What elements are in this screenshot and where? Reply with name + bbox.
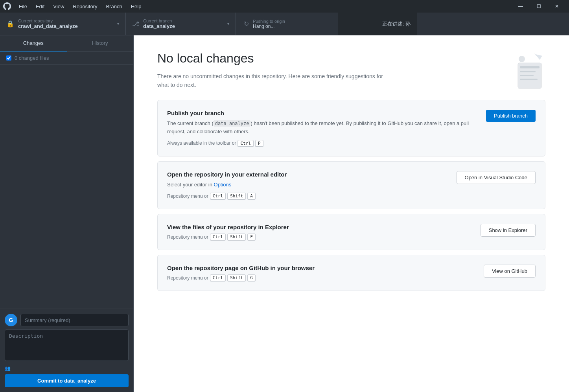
explorer-kbd-f: F <box>247 234 256 240</box>
changed-files-bar: 0 changed files <box>0 52 133 64</box>
menu-help[interactable]: Help <box>127 2 145 11</box>
window-controls: — ☐ ✕ <box>512 0 566 13</box>
editor-hint-prefix: Repository menu or <box>167 193 208 199</box>
github-kbd-ctrl: Ctrl <box>210 274 226 281</box>
main-layout: Changes History 0 changed files G 👥 Comm… <box>0 35 569 392</box>
commit-area: G 👥 Commit to data_analyze <box>0 309 133 392</box>
select-all-checkbox[interactable] <box>6 55 11 61</box>
commit-button[interactable]: Commit to data_analyze <box>5 374 129 387</box>
view-github-action: View on GitHub <box>484 265 536 278</box>
menu-edit[interactable]: Edit <box>32 2 48 11</box>
menu-repository[interactable]: Repository <box>69 2 101 11</box>
publish-branch-desc: The current branch (data_analyze) hasn't… <box>167 120 478 136</box>
view-github-card: Open the repository page on GitHub in yo… <box>157 255 545 291</box>
repo-name: crawl_and_data_analyze <box>18 23 113 29</box>
editor-kbd-ctrl: Ctrl <box>210 193 226 199</box>
svg-rect-3 <box>520 75 534 76</box>
maximize-button[interactable]: ☐ <box>530 0 548 13</box>
show-explorer-hint: Repository menu or Ctrl Shift F <box>167 234 473 240</box>
publish-branch-action: Publish branch <box>486 110 536 122</box>
no-changes-title: No local changes <box>157 51 498 66</box>
publish-branch-card: Publish your branch The current branch (… <box>157 100 545 156</box>
view-github-button[interactable]: View on GitHub <box>484 265 536 278</box>
summary-input[interactable] <box>20 314 129 326</box>
explorer-kbd-ctrl: Ctrl <box>210 234 226 240</box>
show-explorer-title: View the files of your repository in Exp… <box>167 224 473 230</box>
branch-selector[interactable]: ⎇ Current branch data_analyze ▾ <box>126 13 236 35</box>
options-link[interactable]: Options <box>214 182 232 188</box>
branch-icon: ⎇ <box>132 20 139 28</box>
coauthor-row: 👥 <box>5 366 129 371</box>
changed-files-count: 0 changed files <box>15 55 49 61</box>
file-list <box>0 64 133 309</box>
sync-label: Pushing to origin <box>253 19 330 24</box>
menu-branch[interactable]: Branch <box>102 2 126 11</box>
branch-info: Current branch data_analyze <box>143 18 223 29</box>
cards-section: Publish your branch The current branch (… <box>134 92 569 307</box>
publish-branch-button[interactable]: Publish branch <box>486 110 536 122</box>
publish-branch-title: Publish your branch <box>167 110 478 116</box>
repo-selector[interactable]: 🔒 Current repository crawl_and_data_anal… <box>0 13 126 35</box>
tab-changes[interactable]: Changes <box>0 35 67 52</box>
show-explorer-content: View the files of your repository in Exp… <box>167 224 473 240</box>
github-kbd-g: G <box>247 274 256 281</box>
tab-history[interactable]: History <box>67 35 134 52</box>
minimize-button[interactable]: — <box>512 0 530 13</box>
repo-chevron-icon: ▾ <box>117 22 119 26</box>
toolbar: 🔒 Current repository crawl_and_data_anal… <box>0 13 569 35</box>
sync-sublabel: Hang on... <box>253 24 330 29</box>
close-button[interactable]: ✕ <box>548 0 566 13</box>
github-kbd-shift: Shift <box>227 274 246 281</box>
editor-kbd-a: A <box>247 193 256 199</box>
open-editor-card: Open the repository in your external edi… <box>157 161 545 210</box>
chinese-text: 正在讲述: 孙 <box>382 20 411 28</box>
view-github-title: Open the repository page on GitHub in yo… <box>167 265 476 271</box>
commit-input-row: G <box>5 314 129 326</box>
svg-rect-1 <box>520 66 540 68</box>
no-changes-section: No local changes There are no uncommitte… <box>134 35 569 92</box>
publish-branch-content: Publish your branch The current branch (… <box>167 110 478 147</box>
repo-info: Current repository crawl_and_data_analyz… <box>18 18 113 29</box>
publish-kbd-ctrl: Ctrl <box>238 140 254 147</box>
publish-kbd-p: P <box>255 140 263 147</box>
branch-label: Current branch <box>143 18 223 23</box>
branch-name: data_analyze <box>143 23 223 29</box>
svg-point-5 <box>519 56 525 62</box>
show-explorer-action: Show in Explorer <box>481 224 536 237</box>
titlebar: File Edit View Repository Branch Help — … <box>0 0 569 13</box>
sync-icon: ↻ <box>244 20 249 28</box>
sidebar-tabs: Changes History <box>0 35 133 52</box>
github-hint-prefix: Repository menu or <box>167 275 208 281</box>
description-input[interactable] <box>5 329 129 361</box>
show-explorer-card: View the files of your repository in Exp… <box>157 214 545 250</box>
sync-info: Pushing to origin Hang on... <box>253 19 330 29</box>
view-github-hint: Repository menu or Ctrl Shift G <box>167 274 476 281</box>
github-logo-icon <box>3 2 11 10</box>
coauthor-icon: 👥 <box>5 366 11 371</box>
publish-branch-hint: Always available in the toolbar or Ctrl … <box>167 140 478 147</box>
no-changes-text: No local changes There are no uncommitte… <box>157 51 498 90</box>
open-editor-title: Open the repository in your external edi… <box>167 171 449 178</box>
commit-btn-label: Commit to data_analyze <box>37 378 96 384</box>
svg-rect-4 <box>520 79 538 80</box>
sidebar: Changes History 0 changed files G 👥 Comm… <box>0 35 134 392</box>
branch-chevron-icon: ▾ <box>227 22 229 26</box>
open-editor-button[interactable]: Open in Visual Studio Code <box>457 171 536 184</box>
open-editor-hint: Repository menu or Ctrl Shift A <box>167 193 449 199</box>
menu-file[interactable]: File <box>15 2 31 11</box>
view-github-content: Open the repository page on GitHub in yo… <box>167 265 476 281</box>
show-explorer-button[interactable]: Show in Explorer <box>481 224 536 237</box>
lock-icon: 🔒 <box>6 20 14 28</box>
explorer-kbd-shift: Shift <box>227 234 246 240</box>
no-changes-subtitle: There are no uncommitted changes in this… <box>157 72 393 90</box>
menu-view[interactable]: View <box>49 2 68 11</box>
svg-rect-2 <box>520 71 536 72</box>
open-editor-content: Open the repository in your external edi… <box>167 171 449 200</box>
main-content: No local changes There are no uncommitte… <box>134 35 569 392</box>
open-editor-desc: Select your editor in Options <box>167 181 449 189</box>
explorer-hint-prefix: Repository menu or <box>167 234 208 240</box>
no-changes-illustration <box>514 51 545 92</box>
sync-button[interactable]: ↻ Pushing to origin Hang on... <box>236 13 338 35</box>
publish-hint-prefix: Always available in the toolbar or <box>167 140 236 146</box>
repo-label: Current repository <box>18 18 113 23</box>
